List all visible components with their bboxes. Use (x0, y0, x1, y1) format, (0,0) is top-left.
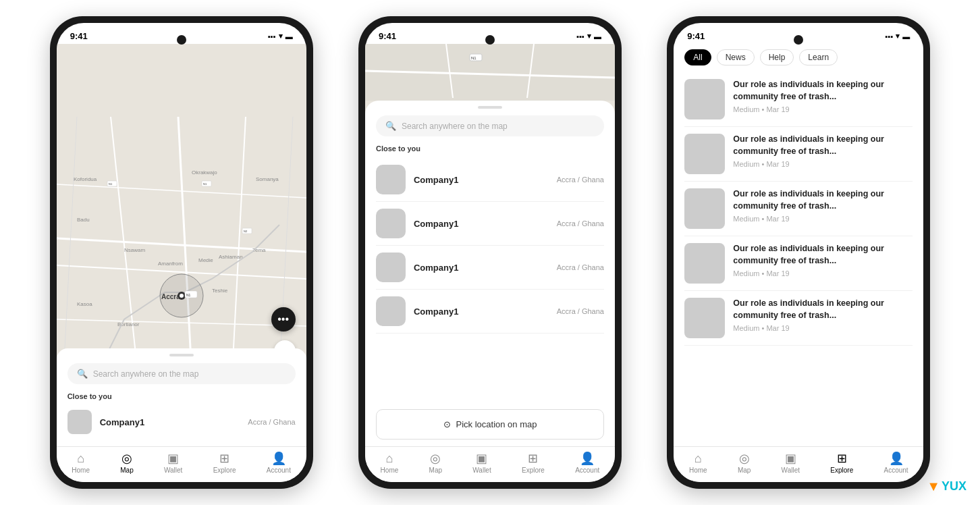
pick-location-button[interactable]: ⊙ Pick location on map (376, 409, 604, 440)
home-icon-2: ⌂ (386, 452, 393, 464)
nav-explore-label: Explore (213, 467, 236, 474)
explore-icon: ⊞ (219, 452, 229, 464)
company-thumb-1 (376, 165, 406, 194)
status-icons-2: ▪▪▪ ▾ ▬ (576, 32, 601, 41)
svg-text:N2: N2 (244, 230, 248, 233)
nav-explore-2[interactable]: ⊞ Explore (522, 452, 545, 474)
tab-all[interactable]: All (684, 49, 711, 65)
nav-account[interactable]: 👤 Account (267, 452, 291, 474)
map-bottom-sheet: 🔍 Search anywhere on the map Close to yo… (57, 348, 306, 446)
wifi-icon: ▾ (279, 32, 283, 41)
nav-account-label-3: Account (883, 467, 908, 474)
signal-icon: ▪▪▪ (268, 32, 276, 41)
explore-icon-2: ⊞ (528, 452, 538, 464)
nav-wallet-label-2: Wallet (472, 467, 491, 474)
phone-notch-3 (794, 35, 803, 45)
company-name-2: Company1 (414, 219, 549, 229)
sheet-company-row-3[interactable]: Company1 Accra / Ghana (376, 246, 604, 290)
company-name: Company1 (100, 417, 240, 427)
wallet-icon: ▣ (167, 452, 179, 464)
bottom-nav-2: ⌂ Home ◎ Map ▣ Wallet ⊞ Explore 👤 Accoun… (365, 446, 615, 482)
nav-home-3[interactable]: ⌂ Home (689, 452, 707, 474)
tab-learn[interactable]: Learn (799, 49, 838, 65)
svg-text:N1: N1 (109, 182, 113, 186)
nav-account-label-2: Account (575, 467, 599, 474)
sheet-map-preview: N1 (365, 44, 615, 101)
svg-text:Kasoa: Kasoa (77, 301, 92, 307)
nav-explore-label-3: Explore (830, 467, 853, 474)
article-row-3[interactable]: Our role as individuals in keeping our c… (684, 182, 913, 236)
article-text-2: Our role as individuals in keeping our c… (733, 134, 913, 168)
company-thumb-3 (376, 252, 406, 282)
article-list: Our role as individuals in keeping our c… (674, 72, 923, 446)
sheet-company-row-2[interactable]: Company1 Accra / Ghana (376, 202, 604, 246)
close-to-you-label: Close to you (67, 392, 296, 400)
article-meta-5: Medium • Mar 19 (733, 324, 913, 332)
nav-account-2[interactable]: 👤 Account (575, 452, 599, 474)
nav-wallet[interactable]: ▣ Wallet (164, 452, 182, 474)
sheet-company-row-1[interactable]: Company1 Accra / Ghana (376, 158, 604, 202)
nav-map[interactable]: ◎ Map (120, 452, 133, 474)
nav-map-label: Map (120, 467, 133, 474)
home-icon-3: ⌂ (695, 452, 702, 464)
nav-home[interactable]: ⌂ Home (72, 452, 90, 474)
pick-location-label: Pick location on map (456, 419, 537, 429)
explore-icon-3: ⊞ (837, 452, 847, 464)
nav-home-2[interactable]: ⌂ Home (381, 452, 399, 474)
search-bar[interactable]: 🔍 Search anywhere on the map (67, 363, 296, 384)
account-icon-3: 👤 (889, 452, 904, 464)
article-row-2[interactable]: Our role as individuals in keeping our c… (684, 127, 913, 182)
bottom-nav-3: ⌂ Home ◎ Map ▣ Wallet ⊞ Explore 👤 Accoun… (674, 446, 923, 482)
svg-text:Amanfrom: Amanfrom (158, 261, 183, 267)
article-row-1[interactable]: Our role as individuals in keeping our c… (684, 72, 913, 127)
company-loc-4: Accra / Ghana (557, 307, 604, 315)
status-time-2: 9:41 (379, 31, 396, 41)
article-row-4[interactable]: Our role as individuals in keeping our c… (684, 236, 913, 291)
nav-map-3[interactable]: ◎ Map (738, 452, 751, 474)
article-text-4: Our role as individuals in keeping our c… (733, 243, 913, 277)
search-placeholder-2: Search anywhere on the map (402, 122, 508, 131)
company-name-1: Company1 (414, 175, 549, 185)
map-icon-3: ◎ (739, 452, 750, 464)
sheet-company-row-4[interactable]: Company1 Accra / Ghana (376, 290, 604, 334)
map-content[interactable]: Koforidua Okrakwajo Somanya Badu Nsawam … (57, 44, 306, 446)
map-options-fab[interactable]: ••• (271, 307, 296, 331)
nav-map-label-2: Map (429, 467, 442, 474)
tab-news[interactable]: News (717, 49, 755, 65)
article-meta-2: Medium • Mar 19 (733, 160, 913, 168)
wifi-icon-2: ▾ (587, 32, 591, 41)
yux-v-icon: ▼ (927, 479, 940, 494)
nav-map-2[interactable]: ◎ Map (429, 452, 442, 474)
status-time-1: 9:41 (70, 31, 88, 41)
phone-notch (177, 35, 186, 45)
sheet-content: N1 🔍 Search anywhere on the map Close to… (365, 44, 615, 446)
nav-explore[interactable]: ⊞ Explore (213, 452, 236, 474)
svg-text:N1: N1 (186, 293, 191, 297)
svg-text:Okrakwajo: Okrakwajo (192, 169, 217, 176)
yux-logo: ▼ YUX (927, 479, 967, 494)
article-title-3: Our role as individuals in keeping our c… (733, 188, 913, 212)
company-thumb-4 (376, 296, 406, 326)
article-meta-3: Medium • Mar 19 (733, 215, 913, 223)
search-icon: 🔍 (77, 369, 88, 379)
status-icons-1: ▪▪▪ ▾ ▬ (268, 32, 293, 41)
svg-text:Teshie: Teshie (212, 288, 228, 294)
search-bar-2[interactable]: 🔍 Search anywhere on the map (376, 115, 604, 136)
phone-3-explore: 9:41 ▪▪▪ ▾ ▬ All News Help Learn Our rol… (667, 16, 930, 489)
close-to-you-label-2: Close to you (376, 144, 604, 153)
svg-text:Koforidua: Koforidua (74, 176, 97, 182)
tab-help[interactable]: Help (760, 49, 794, 65)
company-list-item[interactable]: Company1 Accra / Ghana (67, 406, 296, 438)
nav-wallet-3[interactable]: ▣ Wallet (782, 452, 800, 474)
article-row-5[interactable]: Our role as individuals in keeping our c… (684, 291, 913, 346)
phone-notch-2 (485, 35, 495, 45)
company-loc-3: Accra / Ghana (557, 263, 604, 271)
nav-wallet-2[interactable]: ▣ Wallet (472, 452, 491, 474)
nav-account-3[interactable]: 👤 Account (883, 452, 908, 474)
article-thumb-1 (684, 79, 725, 119)
nav-explore-3[interactable]: ⊞ Explore (830, 452, 853, 474)
status-icons-3: ▪▪▪ ▾ ▬ (886, 32, 910, 41)
article-meta-1: Medium • Mar 19 (733, 105, 913, 113)
battery-icon-3: ▬ (902, 32, 910, 41)
map-icon-2: ◎ (430, 452, 441, 464)
